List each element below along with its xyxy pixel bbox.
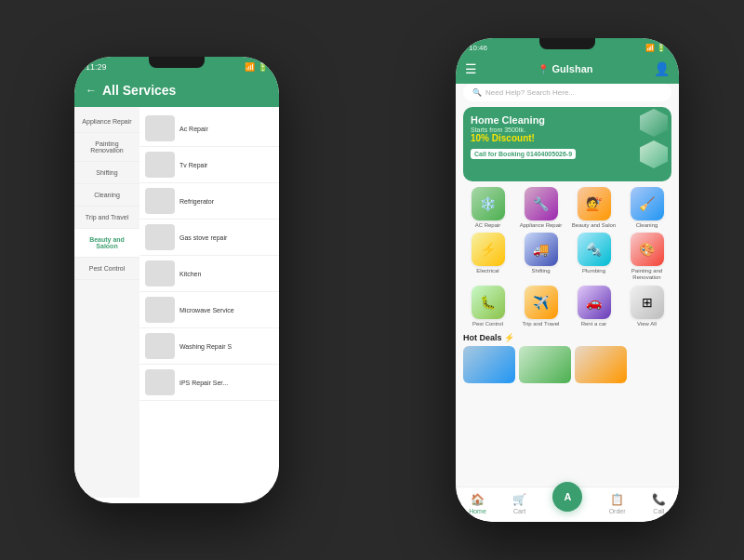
service-icon-beauty: 💇 — [578, 187, 611, 220]
banner-cta-label: Call for Booking — [474, 151, 525, 157]
hot-deals-row — [463, 346, 671, 383]
service-name: IPS Repair Ser... — [179, 380, 228, 386]
service-cleaning[interactable]: 🧹 Cleaning — [622, 187, 671, 229]
service-icon-viewall: ⊞ — [631, 286, 664, 319]
banner-discount: 10% Discount! — [471, 133, 576, 143]
banner-hex-1 — [640, 109, 668, 137]
center-brand-icon: A — [564, 491, 571, 502]
service-image — [145, 115, 175, 141]
menu-item-shifting[interactable]: Shifting — [74, 162, 140, 184]
promo-banner[interactable]: Home Cleaning Starts from 3500tk. 10% Di… — [463, 107, 671, 181]
service-electrical[interactable]: ⚡ Electrical — [463, 233, 512, 281]
service-label-pest: Pest Control — [472, 321, 503, 327]
service-label-rentcar: Rent a car — [581, 321, 607, 327]
search-bar[interactable]: 🔍 Need Help? Search Here... — [463, 84, 671, 101]
search-icon: 🔍 — [472, 88, 482, 97]
service-label-painting: Painting and Renovation — [622, 268, 671, 281]
menu-item-pest[interactable]: Pest Control — [74, 258, 140, 280]
nav-home[interactable]: 🏠 Home — [469, 493, 486, 514]
deal-thumb-3[interactable] — [575, 346, 627, 383]
service-icon-plumbing: 🔩 — [578, 233, 611, 266]
service-ac-repair[interactable]: ❄️ AC Repair — [463, 187, 512, 229]
list-item[interactable]: Ac Repair — [140, 111, 279, 147]
menu-item-painting[interactable]: Painting Renovation — [74, 133, 140, 162]
right-services-list: Ac Repair Tv Repair Refrigerator Gas sto… — [140, 107, 279, 498]
service-image — [145, 369, 175, 395]
list-item[interactable]: Gas stove repair — [140, 220, 279, 256]
service-icon-rentcar: 🚗 — [578, 286, 611, 319]
service-image — [145, 333, 175, 359]
service-icon-pest: 🐛 — [472, 286, 505, 319]
menu-icon[interactable]: ☰ — [465, 61, 477, 76]
list-item[interactable]: Microwave Service — [140, 292, 279, 328]
cart-icon: 🛒 — [512, 493, 526, 506]
nav-center[interactable]: A — [552, 493, 582, 514]
service-icon-cleaning: 🧹 — [631, 187, 664, 220]
service-name: Gas stove repair — [179, 234, 227, 241]
service-icon-electrical: ⚡ — [472, 233, 505, 266]
service-label-ac: AC Repair — [475, 222, 501, 229]
service-icon-shifting: 🚚 — [525, 233, 558, 266]
banner-subtitle: Starts from 3500tk. — [471, 127, 576, 133]
deal-thumb-1[interactable] — [463, 346, 515, 383]
list-item[interactable]: Tv Repair — [140, 147, 279, 183]
nav-cart-label: Cart — [513, 508, 525, 514]
service-image — [145, 297, 175, 323]
left-content: Appliance Repair Painting Renovation Shi… — [74, 107, 279, 498]
service-shifting[interactable]: 🚚 Shifting — [516, 233, 565, 281]
banner-hex-2 — [640, 140, 668, 168]
center-nav-button[interactable]: A — [552, 482, 582, 512]
menu-item-cleaning[interactable]: Cleaning — [74, 184, 140, 207]
nav-call[interactable]: 📞 Call — [652, 493, 666, 514]
list-item[interactable]: IPS Repair Ser... — [140, 365, 279, 401]
back-icon[interactable]: ← — [86, 84, 97, 97]
menu-item-appliance[interactable]: Appliance Repair — [74, 111, 140, 133]
left-header: ← All Services — [74, 77, 279, 107]
list-item[interactable]: Refrigerator — [140, 183, 279, 220]
deal-thumb-2[interactable] — [519, 346, 571, 383]
banner-cta[interactable]: Call for Booking 01404005026-9 — [471, 149, 576, 159]
location-name: Gulshan — [551, 63, 592, 74]
right-time: 10:46 — [469, 44, 487, 52]
service-beauty[interactable]: 💇 Beauty and Salon — [569, 187, 618, 229]
list-item[interactable]: Washing Repair S — [140, 328, 279, 365]
hot-deals-section: Hot Deals ⚡ — [456, 333, 679, 387]
location-pin-icon: 📍 — [538, 64, 549, 74]
nav-home-label: Home — [469, 508, 486, 514]
service-travel[interactable]: ✈️ Trip and Travel — [516, 286, 565, 327]
service-icon-painting: 🎨 — [631, 233, 664, 266]
left-status-icons: 📶 🔋 — [245, 62, 268, 72]
service-appliance[interactable]: 🔧 Appliance Repair — [516, 187, 565, 229]
nav-cart[interactable]: 🛒 Cart — [512, 493, 526, 514]
services-grid: ❄️ AC Repair 🔧 Appliance Repair 💇 Beauty… — [456, 187, 679, 333]
service-name: Ac Repair — [179, 126, 208, 132]
service-name: Tv Repair — [179, 162, 207, 168]
service-pest[interactable]: 🐛 Pest Control — [463, 286, 512, 327]
banner-images — [640, 109, 668, 168]
service-label-shifting: Shifting — [531, 268, 550, 274]
home-icon: 🏠 — [471, 493, 485, 506]
service-painting[interactable]: 🎨 Painting and Renovation — [622, 233, 671, 281]
left-header-title: All Services — [102, 83, 176, 98]
nav-order[interactable]: 📋 Order — [609, 493, 626, 514]
service-name: Refrigerator — [179, 198, 214, 205]
service-image — [145, 188, 175, 214]
profile-icon[interactable]: 👤 — [654, 61, 670, 76]
service-plumbing[interactable]: 🔩 Plumbing — [569, 233, 618, 281]
menu-item-trip[interactable]: Trip and Travel — [74, 207, 140, 229]
phones-container: 11:29 📶 🔋 ← All Services Appliance Repai… — [19, 10, 725, 550]
banner-phone: 01404005026-9 — [526, 151, 572, 157]
service-label-appliance: Appliance Repair — [520, 222, 563, 229]
service-rentcar[interactable]: 🚗 Rent a car — [569, 286, 618, 327]
service-name: Microwave Service — [179, 307, 234, 313]
service-label-travel: Trip and Travel — [523, 321, 560, 327]
list-item[interactable]: Kitchen — [140, 256, 279, 292]
service-label-plumbing: Plumbing — [582, 268, 605, 274]
service-label-cleaning: Cleaning — [636, 222, 658, 229]
service-icon-appliance: 🔧 — [525, 187, 558, 220]
nav-call-label: Call — [653, 508, 664, 514]
service-viewall[interactable]: ⊞ View All — [622, 286, 671, 327]
left-sidebar-menu: Appliance Repair Painting Renovation Shi… — [74, 107, 140, 498]
menu-item-beauty[interactable]: Beauty and Saloon — [74, 229, 140, 258]
right-status-icons: 📶 🔋 — [645, 44, 666, 52]
